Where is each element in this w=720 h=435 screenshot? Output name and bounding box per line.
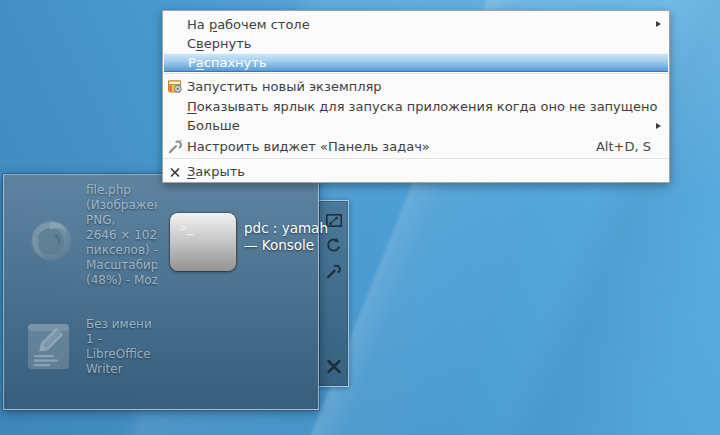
wrench-icon	[167, 138, 183, 154]
desktop-wallpaper: file.php (Изображен PNG, 2646 × 1024 пик…	[0, 0, 720, 435]
menu-item-minimize[interactable]: Свернуть	[163, 34, 669, 53]
menu-item-label: Свернуть	[187, 36, 251, 51]
libreoffice-writer-icon	[26, 321, 71, 371]
konsole-icon: >_	[170, 213, 236, 271]
run-new-instance-icon	[167, 78, 183, 94]
window-title-konsole: pdc : yamah — Konsole	[244, 220, 328, 253]
taskmanager-context-menu: На рабочем столе Свернуть Распахнуть Зап…	[162, 10, 670, 183]
window-title-firefox: file.php (Изображен PNG, 2646 × 1024 пик…	[86, 183, 157, 288]
menu-separator	[163, 158, 669, 159]
menu-item-label: Показывать ярлык для запуска приложения …	[187, 99, 658, 114]
close-icon	[167, 164, 183, 180]
menu-item-on-desktop[interactable]: На рабочем столе	[163, 14, 669, 34]
menu-item-label: Распахнуть	[188, 55, 267, 70]
submenu-arrow-icon	[656, 123, 661, 129]
menu-item-label: Запустить новый экземпляр	[187, 79, 382, 94]
menu-item-new-instance[interactable]: Запустить новый экземпляр	[163, 76, 669, 96]
submenu-arrow-icon	[656, 21, 661, 27]
window-title-writer: Без имени 1 - LibreOffice Writer	[86, 317, 157, 377]
menu-item-maximize[interactable]: Распахнуть	[164, 53, 668, 72]
firefox-icon	[29, 218, 74, 263]
menu-item-label: Больше	[187, 118, 240, 133]
menu-item-show-launcher[interactable]: Показывать ярлык для запуска приложения …	[163, 96, 669, 116]
menu-item-configure-widget[interactable]: Настроить виджет «Панель задач» Alt+D, S	[163, 135, 669, 157]
configure-wrench-icon[interactable]	[325, 262, 343, 279]
menu-item-label: Закрыть	[187, 164, 245, 179]
menu-item-label: Настроить виджет «Панель задач»	[187, 139, 430, 154]
task-manager-tooltip: file.php (Изображен PNG, 2646 × 1024 пик…	[3, 174, 319, 410]
menu-item-more[interactable]: Больше	[163, 116, 669, 135]
menu-separator	[163, 73, 669, 74]
menu-item-label: На рабочем столе	[187, 17, 310, 32]
menu-shortcut: Alt+D, S	[596, 139, 663, 154]
handle-close-icon[interactable]	[325, 358, 343, 375]
menu-item-close[interactable]: Закрыть	[163, 161, 669, 182]
